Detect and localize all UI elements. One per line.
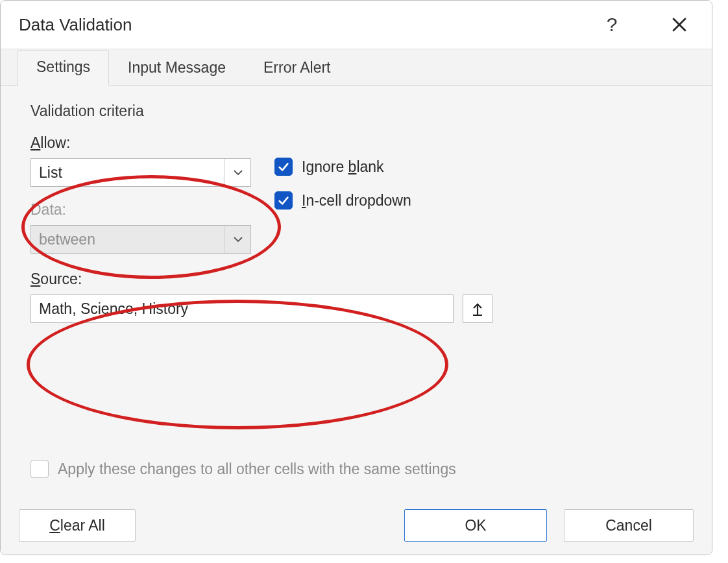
allow-value: List [31,164,224,182]
data-dropdown-button [224,226,250,253]
source-label: Source: [30,270,688,288]
allow-dropdown-button[interactable] [224,159,250,186]
clear-all-button[interactable]: Clear All [19,509,136,542]
checkmark-icon [274,158,293,176]
ignore-blank-label: Ignore blank [302,158,384,176]
chevron-down-icon [234,169,243,176]
allow-combo[interactable]: List [30,158,251,187]
dialog-title: Data Validation [19,15,132,35]
tab-input-message[interactable]: Input Message [109,51,245,86]
ok-button[interactable]: OK [404,509,547,542]
data-value: between [31,231,224,248]
data-combo: between [30,225,251,254]
source-input[interactable] [30,294,454,323]
settings-panel: Validation criteria Allow: List [1,86,712,496]
range-selector-button[interactable] [463,294,492,323]
tabstrip: Settings Input Message Error Alert [1,49,712,86]
chevron-down-icon [234,236,243,243]
incell-dropdown-label: In-cell dropdown [302,192,411,210]
allow-label: Allow: [30,134,251,152]
button-bar: Clear All OK Cancel [1,496,712,555]
range-selector-icon [472,302,483,316]
checkmark-icon [274,191,293,210]
tab-error-alert[interactable]: Error Alert [245,51,350,86]
data-validation-dialog: Data Validation ? Settings Input Message… [0,0,712,555]
ignore-blank-checkbox[interactable]: Ignore blank [274,158,411,176]
tab-settings[interactable]: Settings [18,50,109,86]
incell-dropdown-checkbox[interactable]: In-cell dropdown [274,191,411,210]
help-icon: ? [607,14,618,36]
help-button[interactable]: ? [598,10,626,39]
close-icon [671,16,688,33]
cancel-button[interactable]: Cancel [564,509,694,542]
close-button[interactable] [665,10,694,39]
data-label: Data: [30,201,251,219]
titlebar: Data Validation ? [1,1,712,49]
apply-all-checkbox: Apply these changes to all other cells w… [30,460,456,478]
dialog-body: Settings Input Message Error Alert Valid… [1,49,712,555]
criteria-heading: Validation criteria [30,102,688,120]
apply-all-label: Apply these changes to all other cells w… [58,461,456,478]
checkbox-empty-icon [30,460,49,478]
